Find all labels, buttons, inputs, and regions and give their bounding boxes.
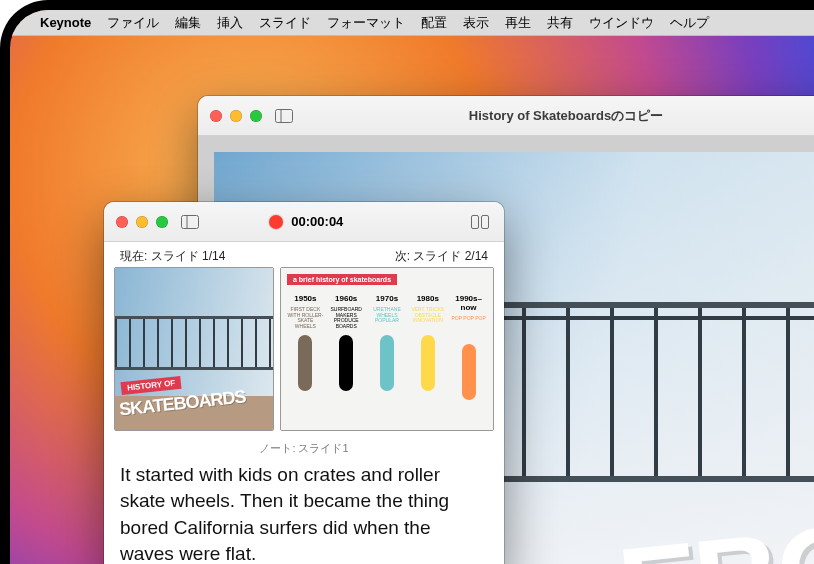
- svg-rect-0: [276, 109, 293, 122]
- fullscreen-button[interactable]: [250, 110, 262, 122]
- thumb2-column: 1960sSURFBOARD MAKERS PRODUCE BOARDS: [328, 294, 365, 424]
- menubar-item-share[interactable]: 共有: [547, 14, 573, 32]
- thumb2-desc: VERT TRICKS OBSTACLE INNOVATION: [409, 307, 446, 331]
- close-button[interactable]: [210, 110, 222, 122]
- sidebar-toggle-icon[interactable]: [178, 212, 202, 232]
- thumbs-header: 現在: スライド 1/14 次: スライド 2/14: [104, 242, 504, 267]
- thumb2-year: 1980s: [417, 294, 439, 303]
- menubar-item-play[interactable]: 再生: [505, 14, 531, 32]
- thumb2-columns: 1950sFIRST DECK WITH ROLLER-SKATE WHEELS…: [287, 294, 487, 424]
- menubar[interactable]: Keynote ファイル 編集 挿入 スライド フォーマット 配置 表示 再生 …: [10, 10, 814, 36]
- menubar-item-arrange[interactable]: 配置: [421, 14, 447, 32]
- minimize-button[interactable]: [230, 110, 242, 122]
- layout-options-icon[interactable]: [468, 212, 492, 232]
- thumb2-title: a brief history of skateboards: [287, 274, 397, 285]
- thumb2-year: 1990s–now: [450, 294, 487, 312]
- record-icon[interactable]: [269, 215, 283, 229]
- presenter-titlebar[interactable]: 00:00:04: [104, 202, 504, 242]
- minimize-button[interactable]: [136, 216, 148, 228]
- menubar-item-insert[interactable]: 挿入: [217, 14, 243, 32]
- skateboard-icon: [298, 335, 312, 391]
- menubar-item-help[interactable]: ヘルプ: [670, 14, 709, 32]
- current-slide-label: 現在: スライド 1/14: [120, 248, 225, 265]
- thumb2-column: 1970sURETHANE WHEELS POPULAR: [369, 294, 406, 424]
- menubar-item-format[interactable]: フォーマット: [327, 14, 405, 32]
- thumb2-desc: POP POP POP: [451, 316, 485, 340]
- menubar-item-file[interactable]: ファイル: [107, 14, 159, 32]
- skateboard-icon: [421, 335, 435, 391]
- presenter-traffic-lights: [116, 216, 168, 228]
- thumb2-desc: SURFBOARD MAKERS PRODUCE BOARDS: [328, 307, 365, 331]
- slide-thumbnails: HISTORY OF SKATEBOARDS a brief history o…: [104, 267, 504, 437]
- next-slide-label: 次: スライド 2/14: [395, 248, 488, 265]
- presenter-notes-label: ノート: スライド1: [104, 437, 504, 458]
- menubar-item-view[interactable]: 表示: [463, 14, 489, 32]
- fullscreen-button[interactable]: [156, 216, 168, 228]
- menubar-item-slide[interactable]: スライド: [259, 14, 311, 32]
- skateboard-icon: [380, 335, 394, 391]
- thumb2-column: 1990s–nowPOP POP POP: [450, 294, 487, 424]
- presenter-window: 00:00:04 現在: スライド 1/14 次: スライド 2/14 HIST…: [104, 202, 504, 564]
- close-button[interactable]: [116, 216, 128, 228]
- thumb2-year: 1960s: [335, 294, 357, 303]
- recording-timer[interactable]: 00:00:04: [269, 214, 343, 229]
- timer-value: 00:00:04: [291, 214, 343, 229]
- skateboard-icon: [462, 344, 476, 400]
- thumb2-year: 1950s: [294, 294, 316, 303]
- slide-title-fragment: EBOARD: [612, 470, 814, 564]
- menubar-item-window[interactable]: ウインドウ: [589, 14, 654, 32]
- skateboard-icon: [339, 335, 353, 391]
- desktop: Keynote ファイル 編集 挿入 スライド フォーマット 配置 表示 再生 …: [10, 10, 814, 564]
- thumb2-desc: FIRST DECK WITH ROLLER-SKATE WHEELS: [287, 307, 324, 331]
- thumb2-column: 1950sFIRST DECK WITH ROLLER-SKATE WHEELS: [287, 294, 324, 424]
- thumb2-desc: URETHANE WHEELS POPULAR: [369, 307, 406, 331]
- thumb2-column: 1980sVERT TRICKS OBSTACLE INNOVATION: [409, 294, 446, 424]
- editor-traffic-lights: [210, 110, 262, 122]
- editor-titlebar[interactable]: History of Skateboardsのコピー: [198, 96, 814, 136]
- svg-rect-2: [182, 215, 199, 228]
- menubar-item-edit[interactable]: 編集: [175, 14, 201, 32]
- presenter-notes-text[interactable]: It started with kids on crates and rolle…: [104, 458, 504, 564]
- sidebar-toggle-icon[interactable]: [272, 106, 296, 126]
- next-slide-thumbnail[interactable]: a brief history of skateboards 1950sFIRS…: [280, 267, 494, 431]
- menubar-app-name[interactable]: Keynote: [40, 15, 91, 30]
- device-frame: Keynote ファイル 編集 挿入 スライド フォーマット 配置 表示 再生 …: [0, 0, 814, 564]
- thumb-fence: [115, 316, 273, 370]
- svg-rect-5: [481, 215, 488, 228]
- thumb2-year: 1970s: [376, 294, 398, 303]
- svg-rect-4: [471, 215, 478, 228]
- current-slide-thumbnail[interactable]: HISTORY OF SKATEBOARDS: [114, 267, 274, 431]
